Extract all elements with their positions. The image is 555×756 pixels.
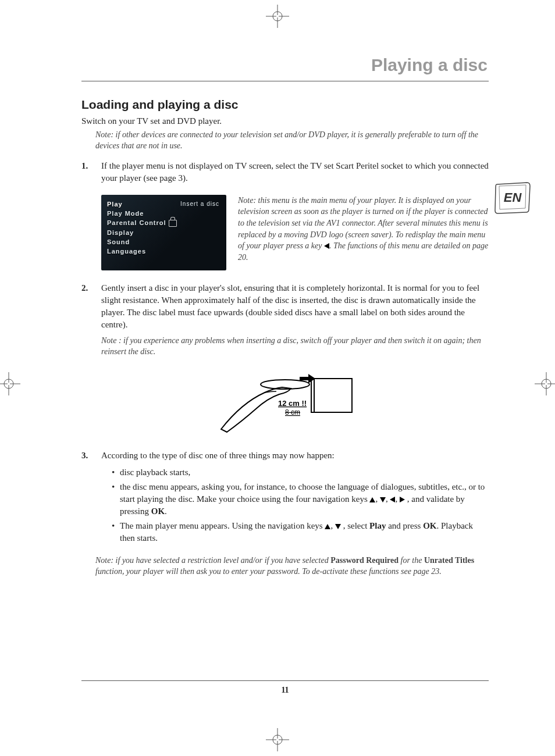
svg-text:EN: EN (504, 190, 522, 205)
lock-icon (169, 220, 177, 227)
page-number: 11 (281, 686, 289, 694)
menu-right-label: Insert a disc (180, 201, 219, 207)
chapter-title: Playing a disc (81, 55, 489, 75)
section-title: Loading and playing a disc (81, 98, 489, 112)
crop-mark-right (535, 372, 555, 395)
up-arrow-icon (369, 497, 375, 502)
step-number: 1. (81, 160, 88, 172)
menu-item: Sound (107, 237, 220, 247)
step-3: 3. According to the type of disc one of … (81, 450, 489, 544)
step-number: 3. (81, 450, 88, 462)
disc-insert-figure: 12 cm !! 8 cm (209, 368, 361, 438)
step-text: Gently insert a disc in your player's sl… (101, 283, 479, 329)
intro-note: Note: if other devices are connected to … (95, 130, 489, 152)
step-1: 1. If the player menu is not displayed o… (81, 160, 489, 184)
step-number: 2. (81, 282, 88, 294)
left-arrow-icon (390, 497, 395, 502)
down-arrow-icon (380, 497, 386, 502)
svg-text:8 cm: 8 cm (285, 408, 300, 416)
crop-mark-top (266, 5, 289, 28)
title-rule (81, 81, 489, 81)
bullet-disc-menu: the disc menu appears, asking you, for i… (112, 481, 489, 518)
menu-note: Note: this menu is the main menu of your… (238, 195, 489, 263)
svg-text:12 cm !!: 12 cm !! (278, 399, 307, 408)
step-2-note: Note : if you experience any problems wh… (101, 336, 489, 358)
right-arrow-icon (400, 497, 405, 502)
step-2: 2. Gently insert a disc in your player's… (81, 282, 489, 358)
menu-item: Parental Control (107, 218, 220, 228)
svg-rect-21 (311, 379, 352, 412)
crop-mark-left (0, 372, 20, 395)
menu-item: Display (107, 228, 220, 237)
step-text: According to the type of disc one of thr… (101, 451, 335, 460)
player-menu-screenshot: Insert a disc Play Play Mode Parental Co… (101, 195, 226, 270)
intro-text: Switch on your TV set and DVD player. (81, 116, 489, 126)
language-tab: EN (492, 181, 533, 219)
down-arrow-icon (335, 524, 341, 529)
up-arrow-icon (325, 524, 330, 529)
crop-mark-bottom (266, 728, 289, 751)
left-arrow-icon (324, 243, 329, 249)
page-footer: 11 (81, 680, 489, 695)
menu-item: Languages (107, 247, 220, 256)
restriction-note: Note: if you have selected a restriction… (95, 555, 489, 577)
step-text: If the player menu is not displayed on T… (101, 161, 489, 183)
menu-item: Play Mode (107, 209, 220, 218)
bullet-main-menu: The main player menu appears. Using the … (112, 520, 489, 544)
bullet-playback-starts: disc playback starts, (112, 466, 489, 479)
